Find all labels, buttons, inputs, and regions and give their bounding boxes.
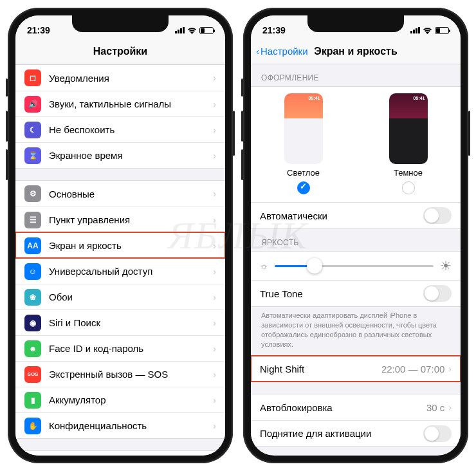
phone-right: 21:39 ‹ Настройки Экран и яркость ОФОРМЛ…	[243, 8, 468, 463]
status-time: 21:39	[27, 25, 50, 35]
row-truetone[interactable]: True Tone	[251, 281, 461, 306]
chevron-right-icon: ›	[213, 189, 216, 199]
theme-light-label: Светлое	[287, 168, 320, 178]
chevron-right-icon: ›	[213, 99, 216, 109]
back-button[interactable]: ‹ Настройки	[256, 46, 308, 57]
navbar: Настройки	[15, 39, 225, 64]
row-screen-time[interactable]: ⌛Экранное время›	[15, 142, 225, 168]
theme-light-preview: 09:41	[284, 93, 323, 164]
chevron-right-icon: ›	[448, 364, 452, 374]
notch	[307, 15, 404, 32]
chevron-right-icon: ›	[213, 73, 216, 83]
row-nightshift[interactable]: Night Shift 22:00 — 07:00 ›	[251, 356, 461, 382]
row-display[interactable]: AAЭкран и яркость›	[15, 232, 225, 258]
row-faceid[interactable]: ☻Face ID и код-пароль›	[15, 335, 225, 361]
display-settings[interactable]: ОФОРМЛЕНИЕ 09:41 Светлое 09:41 Темное Ав…	[251, 64, 461, 456]
chevron-right-icon: ›	[448, 402, 452, 412]
chevron-right-icon: ›	[213, 318, 216, 328]
phone-left: 21:39 Настройки ◻Уведомления›🔊Звуки, так…	[8, 8, 233, 463]
checkmark-icon[interactable]	[297, 181, 310, 194]
toggle-automatic[interactable]	[423, 207, 452, 224]
brightness-slider[interactable]	[275, 265, 434, 267]
brightness-slider-row: ☼ ☀	[251, 251, 461, 280]
row-sounds[interactable]: 🔊Звуки, тактильные сигналы›	[15, 91, 225, 116]
chevron-right-icon: ›	[213, 215, 216, 225]
page-title: Настройки	[15, 46, 225, 57]
sounds-icon: 🔊	[24, 96, 41, 113]
autolock-label: Автоблокировка	[260, 402, 426, 413]
chevron-right-icon: ›	[213, 151, 216, 161]
row-itunes[interactable]: AiTunes Store и App Store›	[15, 451, 225, 456]
raise-label: Поднятие для активации	[260, 428, 423, 439]
row-sos[interactable]: SOSЭкстренный вызов — SOS›	[15, 361, 225, 387]
accessibility-label: Универсальный доступ	[49, 266, 213, 277]
theme-dark-preview: 09:41	[389, 93, 428, 164]
notifications-icon: ◻	[24, 69, 41, 86]
automatic-label: Автоматически	[260, 210, 423, 221]
do-not-disturb-label: Не беспокоить	[49, 124, 213, 135]
settings-list[interactable]: ◻Уведомления›🔊Звуки, тактильные сигналы›…	[15, 64, 225, 456]
row-wallpaper[interactable]: ❀Обои›	[15, 284, 225, 309]
signal-icon	[175, 27, 185, 33]
sos-label: Экстренный вызов — SOS	[49, 369, 213, 380]
control-center-label: Пункт управления	[49, 214, 213, 225]
display-icon: AA	[24, 237, 41, 254]
row-general[interactable]: ⚙Основные›	[15, 181, 225, 207]
nightshift-label: Night Shift	[260, 364, 381, 374]
chevron-right-icon: ›	[213, 292, 216, 302]
chevron-right-icon: ›	[213, 421, 216, 431]
radio-unchecked-icon[interactable]	[402, 181, 415, 194]
privacy-label: Конфиденциальность	[49, 420, 213, 431]
sun-small-icon: ☼	[260, 261, 268, 271]
row-raise[interactable]: Поднятие для активации	[251, 420, 461, 446]
faceid-icon: ☻	[24, 340, 41, 357]
sos-icon: SOS	[24, 366, 41, 383]
control-center-icon: ☰	[24, 212, 41, 228]
theme-dark[interactable]: 09:41 Темное	[389, 93, 428, 194]
truetone-label: True Tone	[260, 288, 423, 299]
battery-icon	[435, 27, 449, 34]
battery-icon	[199, 27, 214, 34]
toggle-truetone[interactable]	[423, 285, 452, 302]
signal-icon	[410, 27, 420, 33]
sounds-label: Звуки, тактильные сигналы	[49, 98, 213, 109]
row-notifications[interactable]: ◻Уведомления›	[15, 65, 225, 91]
chevron-right-icon: ›	[213, 369, 216, 380]
general-icon: ⚙	[24, 185, 41, 202]
truetone-footer: Автоматически адаптировать дисплей iPhon…	[251, 307, 461, 355]
toggle-raise[interactable]	[423, 425, 452, 442]
chevron-left-icon: ‹	[256, 46, 259, 57]
autolock-detail: 30 с	[426, 402, 444, 413]
display-label: Экран и яркость	[49, 240, 213, 251]
wifi-icon	[187, 27, 197, 34]
wallpaper-icon: ❀	[24, 289, 41, 306]
accessibility-icon: ☺	[24, 263, 41, 280]
battery-icon: ▮	[24, 392, 41, 409]
general-label: Основные	[49, 189, 213, 199]
privacy-icon: ✋	[24, 418, 41, 434]
row-do-not-disturb[interactable]: ☾Не беспокоить›	[15, 116, 225, 142]
chevron-right-icon: ›	[213, 344, 216, 354]
wifi-icon	[423, 27, 432, 34]
row-autolock[interactable]: Автоблокировка 30 с ›	[251, 394, 461, 420]
row-privacy[interactable]: ✋Конфиденциальность›	[15, 412, 225, 438]
row-battery[interactable]: ▮Аккумулятор›	[15, 387, 225, 412]
navbar: ‹ Настройки Экран и яркость	[251, 39, 461, 64]
notch	[72, 15, 169, 32]
row-siri[interactable]: ◉Siri и Поиск›	[15, 309, 225, 335]
theme-light[interactable]: 09:41 Светлое	[284, 93, 323, 194]
row-control-center[interactable]: ☰Пункт управления›	[15, 207, 225, 232]
chevron-right-icon: ›	[213, 395, 216, 405]
do-not-disturb-icon: ☾	[24, 122, 41, 138]
screen-time-icon: ⌛	[24, 147, 41, 164]
row-automatic[interactable]: Автоматически	[251, 203, 461, 228]
notifications-label: Уведомления	[49, 73, 213, 84]
siri-label: Siri и Поиск	[49, 317, 213, 328]
wallpaper-label: Обои	[49, 291, 213, 302]
nightshift-detail: 22:00 — 07:00	[381, 364, 444, 374]
appearance-picker: 09:41 Светлое 09:41 Темное	[251, 86, 461, 202]
theme-dark-label: Темное	[394, 168, 423, 178]
sun-large-icon: ☀	[440, 258, 452, 273]
status-time: 21:39	[262, 25, 286, 35]
row-accessibility[interactable]: ☺Универсальный доступ›	[15, 258, 225, 284]
